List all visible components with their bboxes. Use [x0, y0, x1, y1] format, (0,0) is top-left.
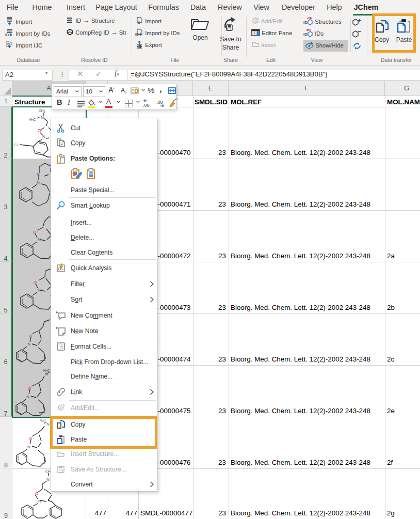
svg-text:i: i	[60, 202, 61, 207]
svg-text:N: N	[38, 288, 41, 292]
svg-text:N: N	[46, 477, 50, 482]
svg-text:N: N	[37, 172, 40, 177]
svg-text:N: N	[38, 499, 41, 504]
svg-text:O: O	[35, 491, 38, 496]
svg-text:N: N	[46, 422, 50, 427]
svg-text:H3C: H3C	[40, 418, 46, 422]
svg-text:Cl: Cl	[14, 143, 18, 147]
svg-text:N: N	[41, 116, 44, 120]
svg-text:O: O	[34, 280, 37, 285]
svg-text:O: O	[33, 230, 36, 234]
svg-text:ID: ID	[303, 32, 308, 37]
svg-text:ID: ID	[135, 33, 139, 36]
svg-text:O: O	[29, 334, 32, 338]
svg-text:H3C: H3C	[29, 118, 36, 122]
svg-text:N: N	[38, 237, 41, 242]
svg-text:O: O	[38, 129, 41, 133]
svg-text:N: N	[37, 180, 40, 185]
svg-text:N: N	[26, 395, 29, 399]
svg-text:.00: .00	[156, 100, 163, 105]
svg-text:N: N	[45, 372, 48, 376]
svg-text:N: N	[27, 342, 30, 347]
svg-text:.00: .00	[143, 103, 150, 108]
svg-text:O: O	[29, 436, 32, 441]
svg-text:CH3: CH3	[39, 109, 45, 113]
svg-text:N: N	[27, 445, 30, 449]
svg-text:ID: ID	[5, 33, 9, 37]
svg-text:O: O	[28, 386, 31, 391]
svg-text:N: N	[42, 135, 45, 139]
svg-text:ID: ID	[303, 20, 308, 25]
